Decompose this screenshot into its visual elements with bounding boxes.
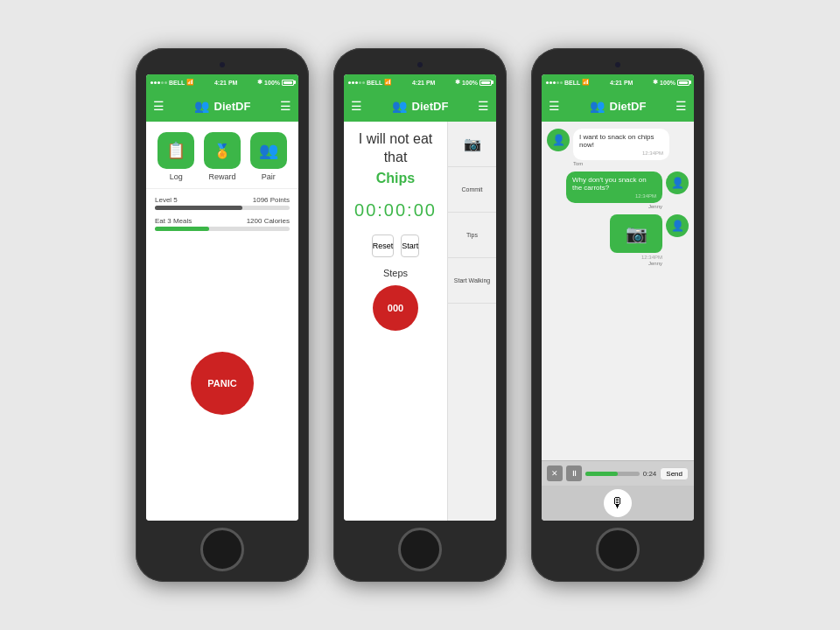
menu-icon-left[interactable]: ☰ [153,99,164,113]
time-2: 4:21 PM [412,80,435,86]
chat-mic-area: 🎙 [542,486,694,521]
menu-item-pair[interactable]: 👥 Pair [250,132,287,181]
people-icon: 👥 [194,99,209,113]
chat-row-jenny-1: 👤 Why don't you snack on the carrots? 12… [547,172,689,209]
stats-section: Level 5 1096 Points Eat 3 Meals 1200 Cal… [146,188,298,245]
phone-3-home-button[interactable] [596,528,640,571]
app-title-3: DietDF [610,100,647,113]
phone2-body: I will not eat that Chips 00:00:00 Reset… [344,122,496,521]
dot3 [158,81,160,84]
battery-2 [480,80,492,86]
avatar-tom: 👤 [547,129,570,151]
chat-row-tom: 👤 I want to snack on chips now! 12:34PM … [547,129,689,166]
app-title-2: DietDF [412,100,449,113]
commitment-text: I will not eat that [353,130,438,167]
input-pause-button[interactable]: ⏸ [566,466,582,481]
chat-progress-bar [585,472,640,476]
input-close-button[interactable]: ✕ [547,466,563,481]
menu-item-log[interactable]: 📋 Log [158,132,194,181]
carrier-label: BELL [169,80,185,86]
camera-dot-3 [615,62,620,67]
log-icon-box: 📋 [158,132,194,169]
pair-icon-box: 👥 [250,132,287,169]
menu-right-3[interactable]: ☰ [676,99,687,113]
chat-text-jenny: Why don't you snack on the carrots? [572,176,647,192]
level-bar-fill [155,206,242,210]
sidebar-walking[interactable]: Start Walking [448,258,496,304]
send-button[interactable]: Send [660,467,689,480]
reward-icon: 🏅 [214,143,231,159]
menu-item-reward[interactable]: 🏅 Reward [204,132,241,181]
reset-button[interactable]: Reset [372,234,395,257]
reward-icon-box: 🏅 [204,132,241,169]
app-header-1: ☰ 👥 DietDF ☰ [146,90,298,122]
header-center-2: 👥 DietDF [392,99,449,113]
wifi-3: 📶 [582,79,590,86]
camera-dot [220,62,225,67]
panic-section: PANIC [146,245,298,521]
menu-right-2[interactable]: ☰ [478,99,489,113]
pair-icon: 👥 [259,141,278,160]
status-bar-1: BELL 📶 4:21 PM ✱ 100% [146,74,298,90]
time-3: 4:21 PM [610,80,633,86]
menu-left-2[interactable]: ☰ [351,99,362,113]
time-label: 4:21 PM [214,80,237,86]
chat-area: 👤 I want to snack on chips now! 12:34PM … [542,122,694,460]
phone-3-screen: BELL 📶 4:21 PM ✱ 100% ☰ 👥 DietDF [542,74,694,521]
avatar-jenny-1-icon: 👤 [671,177,684,189]
stat-row-level: Level 5 1096 Points [155,196,290,210]
start-button[interactable]: Start [401,234,419,257]
camera-icon: 📷 [464,136,481,152]
level-label: Level 5 [155,196,178,204]
sidebar-commit-label[interactable]: Commit [448,167,496,213]
status-right-1: ✱ 100% [257,79,294,86]
header-center-1: 👥 DietDF [194,99,251,113]
sidebar-commit[interactable]: 📷 [448,122,496,167]
sidebar-tips[interactable]: Tips [448,213,496,258]
camera-dot-2 [417,62,423,67]
meals-bar-fill [155,227,209,231]
mic-button[interactable]: 🎙 [604,489,632,517]
battery-icon [282,80,294,86]
chat-timer: 0:24 [643,470,657,478]
bluetooth-icon: ✱ [257,79,262,86]
phone-1-home-button[interactable] [200,528,244,571]
phone2-main: I will not eat that Chips 00:00:00 Reset… [344,122,447,521]
stat-labels-meals: Eat 3 Meals 1200 Calories [155,217,290,225]
status-bar-2: BELL 📶 4:21 PM ✱ 100% [344,74,496,90]
menu-icons: 📋 Log 🏅 Reward 👥 Pair [146,122,298,188]
log-icon: 📋 [166,141,186,160]
status-right-2: ✱ 100% [455,79,492,86]
phones-container: BELL 📶 4:21 PM ✱ 100% ☰ 👥 DietDF [136,48,704,582]
carrier-2: BELL [367,80,382,86]
phone-2-home-button[interactable] [398,528,442,571]
meals-label: Eat 3 Meals [155,217,192,225]
chat-text-tom: I want to snack on chips now! [579,133,654,149]
signal-dots-2 [348,81,365,84]
app-title-1: DietDF [214,100,251,113]
header-center-3: 👥 DietDF [590,99,647,113]
steps-label: Steps [383,268,408,278]
pair-label: Pair [262,172,276,181]
walking-label: Start Walking [454,277,490,284]
meals-bar-bg [155,227,290,231]
avatar-jenny-1: 👤 [666,172,689,194]
phone-1-top [146,59,298,74]
chat-image-bubble: 📷 [610,214,662,253]
phone-2-top [344,59,496,74]
people-icon-3: 👥 [590,99,605,113]
reward-label: Reward [208,172,235,181]
points-label: 1096 Points [253,196,290,204]
stat-row-meals: Eat 3 Meals 1200 Calories [155,217,290,231]
status-right-3: ✱ 100% [653,79,690,86]
wifi-icon: 📶 [186,79,194,86]
bt-2: ✱ [455,79,460,86]
chat-bubble-tom: I want to snack on chips now! 12:34PM [573,129,669,160]
chat-time-image: 12:34PM [610,255,662,260]
status-left-1: BELL 📶 [150,79,194,86]
menu-left-3[interactable]: ☰ [549,99,560,113]
menu-icon-right[interactable]: ☰ [280,99,291,113]
chat-bubble-tom-wrapper: I want to snack on chips now! 12:34PM To… [573,129,669,166]
chat-time-jenny: 12:34PM [572,193,656,199]
panic-button[interactable]: PANIC [191,352,254,415]
